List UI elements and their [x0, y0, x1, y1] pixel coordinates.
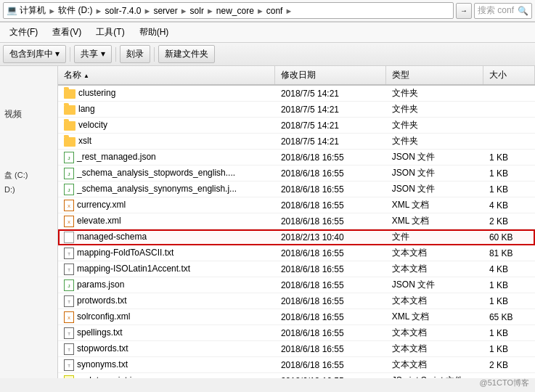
- file-date: 2018/6/18 16:55: [275, 373, 386, 379]
- menu-file[interactable]: 文件(F): [3, 24, 44, 41]
- burn-button[interactable]: 刻录: [120, 45, 150, 63]
- file-icon: J: [64, 375, 74, 379]
- file-type: 文本文档: [386, 245, 483, 261]
- file-size: 4 KB: [483, 197, 535, 213]
- table-row[interactable]: Jparams.json 2018/6/18 16:55 JSON 文件 1 K…: [58, 277, 535, 293]
- file-name: J_schema_analysis_stopwords_english....: [58, 166, 275, 181]
- file-date: 2018/7/5 14:21: [275, 85, 386, 102]
- table-row[interactable]: Tsynonyms.txt 2018/6/18 16:55 文本文档 2 KB: [58, 357, 535, 373]
- sort-arrow-icon: ▲: [83, 73, 89, 79]
- file-size: 1 KB: [483, 325, 535, 341]
- file-size: [483, 102, 535, 118]
- file-size: 1 KB: [483, 277, 535, 293]
- file-type: XML 文档: [386, 309, 483, 325]
- file-icon: X: [64, 216, 74, 227]
- file-name: Tmapping-ISOLatin1Accent.txt: [58, 261, 275, 277]
- file-icon: T: [64, 327, 74, 339]
- left-drive-c[interactable]: 盘 (C:): [3, 168, 54, 183]
- table-row[interactable]: Tmapping-ISOLatin1Accent.txt 2018/6/18 1…: [58, 261, 535, 277]
- file-type: JSON 文件: [386, 277, 483, 293]
- file-size: 1 KB: [483, 150, 535, 166]
- file-date: 2018/6/18 16:55: [275, 277, 386, 293]
- folder-icon: [64, 137, 75, 147]
- table-row[interactable]: Tstopwords.txt 2018/6/18 16:55 文本文档 1 KB: [58, 341, 535, 357]
- file-name: Tprotwords.txt: [58, 293, 275, 309]
- folder-icon: [64, 89, 75, 99]
- search-box[interactable]: 搜索 conf 🔍: [474, 3, 532, 19]
- file-icon: T: [64, 248, 74, 259]
- breadcrumb[interactable]: 💻 计算机 ► 软件 (D:) ► solr-7.4.0 ► server ► …: [3, 2, 454, 19]
- file-date: 2018/6/18 16:55: [275, 150, 386, 166]
- file-icon: T: [64, 264, 74, 275]
- table-row[interactable]: managed-schema 2018/2/13 10:40 文件 60 KB: [58, 229, 535, 245]
- table-row[interactable]: velocity 2018/7/5 14:21 文件夹: [58, 118, 535, 134]
- file-size: [483, 118, 535, 134]
- table-row[interactable]: J_schema_analysis_stopwords_english.... …: [58, 166, 535, 181]
- file-name: xslt: [58, 134, 275, 150]
- left-panel: 视频 盘 (C:) D:): [0, 66, 58, 378]
- main-container: 视频 盘 (C:) D:) 名称▲ 修改日期 类型 大小 clustering …: [0, 66, 535, 378]
- new-folder-button[interactable]: 新建文件夹: [158, 45, 215, 63]
- include-library-button[interactable]: 包含到库中 ▾: [3, 45, 66, 63]
- refresh-button[interactable]: →: [456, 3, 472, 19]
- file-name: Jparams.json: [58, 277, 275, 293]
- file-size: [483, 85, 535, 102]
- toolbar-separator-3: [154, 47, 155, 62]
- folder-icon: [64, 121, 75, 131]
- col-header-type[interactable]: 类型: [386, 66, 483, 85]
- file-type: JSON 文件: [386, 181, 483, 197]
- file-type: 文本文档: [386, 293, 483, 309]
- menu-tools[interactable]: 工具(T): [89, 24, 131, 41]
- file-icon: [64, 232, 74, 243]
- file-type: 文件: [386, 229, 483, 245]
- table-header-row: 名称▲ 修改日期 类型 大小: [58, 66, 535, 85]
- table-row[interactable]: clustering 2018/7/5 14:21 文件夹: [58, 85, 535, 102]
- file-size: 1 KB: [483, 293, 535, 309]
- col-header-name[interactable]: 名称▲: [58, 66, 275, 85]
- file-icon: X: [64, 311, 74, 323]
- table-row[interactable]: Tmapping-FoldToASCII.txt 2018/6/18 16:55…: [58, 245, 535, 261]
- table-row[interactable]: Xsolrconfig.xml 2018/6/18 16:55 XML 文档 6…: [58, 309, 535, 325]
- file-size: 65 KB: [483, 309, 535, 325]
- file-type: 文本文档: [386, 341, 483, 357]
- file-type: 文件夹: [386, 118, 483, 134]
- file-type: JScript Script 文件: [386, 373, 483, 379]
- file-icon: J: [64, 279, 74, 291]
- table-row[interactable]: lang 2018/7/5 14:21 文件夹: [58, 102, 535, 118]
- left-drive-d[interactable]: D:): [3, 183, 54, 196]
- file-type: XML 文档: [386, 213, 483, 229]
- table-row[interactable]: J_rest_managed.json 2018/6/18 16:55 JSON…: [58, 150, 535, 166]
- file-type: 文件夹: [386, 134, 483, 150]
- table-row[interactable]: Xelevate.xml 2018/6/18 16:55 XML 文档 2 KB: [58, 213, 535, 229]
- col-header-size[interactable]: 大小: [483, 66, 535, 85]
- file-date: 2018/6/18 16:55: [275, 341, 386, 357]
- file-size: 81 KB: [483, 245, 535, 261]
- file-name: Tmapping-FoldToASCII.txt: [58, 245, 275, 261]
- table-row[interactable]: Tspellings.txt 2018/6/18 16:55 文本文档 1 KB: [58, 325, 535, 341]
- menu-help[interactable]: 帮助(H): [133, 24, 176, 41]
- address-bar: 💻 计算机 ► 软件 (D:) ► solr-7.4.0 ► server ► …: [0, 0, 535, 22]
- file-name: Xsolrconfig.xml: [58, 309, 275, 325]
- table-row[interactable]: Jupdate-script.js 2018/6/18 16:55 JScrip…: [58, 373, 535, 379]
- file-date: 2018/7/5 14:21: [275, 118, 386, 134]
- share-button[interactable]: 共享 ▾: [74, 45, 111, 63]
- toolbar: 包含到库中 ▾ 共享 ▾ 刻录 新建文件夹: [0, 43, 535, 66]
- file-type: 文件夹: [386, 102, 483, 118]
- table-row[interactable]: J_schema_analysis_synonyms_english.j... …: [58, 181, 535, 197]
- file-size: 1 KB: [483, 166, 535, 181]
- search-icon[interactable]: 🔍: [518, 6, 528, 16]
- file-name: Xcurrency.xml: [58, 197, 275, 213]
- file-icon: T: [64, 295, 74, 307]
- table-row[interactable]: Tprotwords.txt 2018/6/18 16:55 文本文档 1 KB: [58, 293, 535, 309]
- file-date: 2018/6/18 16:55: [275, 357, 386, 373]
- table-row[interactable]: xslt 2018/7/5 14:21 文件夹: [58, 134, 535, 150]
- file-name: Xelevate.xml: [58, 213, 275, 229]
- breadcrumb-computer: 💻 计算机: [7, 4, 46, 17]
- file-name: clustering: [58, 85, 275, 102]
- file-name: velocity: [58, 118, 275, 134]
- menu-view[interactable]: 查看(V): [46, 24, 88, 41]
- file-list: 名称▲ 修改日期 类型 大小 clustering 2018/7/5 14:21…: [58, 66, 535, 378]
- left-item-video[interactable]: 视频: [3, 105, 54, 124]
- col-header-date[interactable]: 修改日期: [275, 66, 386, 85]
- table-row[interactable]: Xcurrency.xml 2018/6/18 16:55 XML 文档 4 K…: [58, 197, 535, 213]
